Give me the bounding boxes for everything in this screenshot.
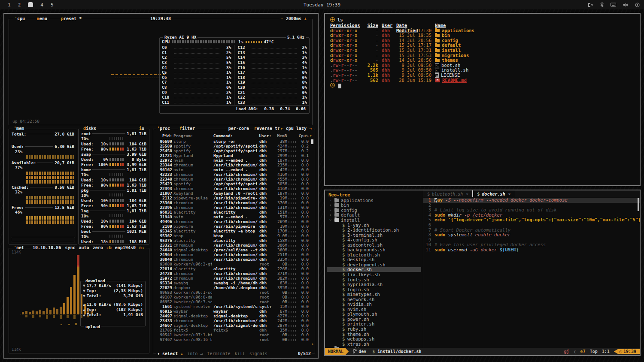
bluetooth-icon[interactable] bbox=[600, 2, 604, 7]
process-row[interactable]: 21807 Xwayland Xwayland :0 -rootl dhh 18… bbox=[156, 191, 312, 196]
tree-item[interactable]: ˅ install bbox=[327, 217, 423, 223]
proc-terminate-button[interactable]: terminate bbox=[207, 351, 230, 356]
process-row[interactable]: 95334 swaybg swaybg -i /home/dh dhh 63M … bbox=[156, 281, 312, 285]
tree-item[interactable]: theme.sh bbox=[327, 332, 423, 337]
buffer-tab[interactable]: $ bluetooth.sh × bbox=[423, 190, 472, 197]
tree-item[interactable]: backgrounds.sh bbox=[327, 247, 423, 252]
process-row[interactable]: 31949 nvim nvim --embed . dhh 57M 0.0 bbox=[156, 214, 312, 219]
proc-header-row[interactable]: Pid: Program: Command: User: MemB Cpu% ↑ bbox=[156, 133, 312, 139]
code-line[interactable]: 3# Limit log size to avoid running out o… bbox=[423, 208, 640, 213]
process-row[interactable]: 96162 nvim nvim --embed . dhh 42M 0.0 bbox=[156, 167, 312, 172]
proc-scrollbar-thumb[interactable] bbox=[311, 139, 313, 144]
process-row[interactable]: 93680 kworker/u96:2-gf root 0B 0.0 bbox=[156, 262, 312, 266]
tree-item[interactable]: 3-terminal.sh bbox=[327, 232, 423, 238]
tree-item[interactable]: › applications bbox=[327, 198, 423, 203]
mem-panel-title[interactable]: 'mem bbox=[12, 126, 25, 131]
record-icon[interactable] bbox=[635, 3, 640, 7]
process-row[interactable]: 90541 kworker/u97:1-bt root 0B 0.0 bbox=[156, 332, 312, 337]
process-row[interactable]: 49496 chromium /usr/lib/chromium/ dhh 26… bbox=[156, 219, 312, 224]
tree-item[interactable]: network.sh bbox=[327, 297, 423, 302]
tree-item[interactable]: login.sh bbox=[327, 287, 423, 292]
editor-pane[interactable]: $ bluetooth.sh × $ docker.sh × 1yay -S -… bbox=[423, 190, 640, 348]
process-row[interactable]: 24567 signal-desktop /usr/lib/signal-de … bbox=[156, 323, 312, 328]
net-panel-title[interactable]: 'net bbox=[12, 245, 25, 250]
tree-item[interactable]: fonts.sh bbox=[327, 277, 423, 282]
close-icon[interactable]: × bbox=[466, 192, 468, 196]
keyboard-icon[interactable] bbox=[611, 3, 616, 7]
proc-panel-title[interactable]: 'proc bbox=[156, 126, 171, 131]
process-row[interactable]: 25458 spotify /opt/spotify/spoti dhh 297… bbox=[156, 148, 312, 153]
tree-item[interactable]: plymouth.sh bbox=[327, 312, 423, 317]
net-next-button[interactable]: n→ bbox=[139, 245, 144, 250]
btop-interval-control[interactable]: - 2000ms + bbox=[279, 16, 308, 21]
btop-menu-button[interactable]: menu bbox=[36, 16, 49, 21]
tree-item[interactable]: › default bbox=[327, 213, 423, 218]
prompt-line[interactable] bbox=[330, 83, 635, 88]
disks-panel-title[interactable]: disks bbox=[82, 126, 97, 131]
process-row[interactable]: 24964 chromium /usr/lib/chromium/ dhh 25… bbox=[156, 252, 312, 257]
process-row[interactable]: 22348 chromium /usr/lib/chromium/ dhh 45… bbox=[156, 177, 312, 181]
process-row[interactable]: 96599 slurp slurp -or dhh 38M 0.0 bbox=[156, 139, 312, 144]
code-line[interactable]: 2 bbox=[423, 203, 640, 208]
process-row[interactable]: 24720 chromium /usr/lib/chromium/ dhh 37… bbox=[156, 271, 312, 276]
tree-item[interactable]: fix-fkeys.sh bbox=[327, 272, 423, 277]
process-row[interactable]: 22393 chromium /usr/lib/chromium/ dhh 41… bbox=[156, 186, 312, 191]
code-line[interactable]: 10# Give this user privileged Docker acc… bbox=[423, 242, 640, 247]
code-line[interactable]: 9 bbox=[423, 238, 640, 243]
process-row[interactable]: 42223 chromium /usr/lib/chromium/ dhh 41… bbox=[156, 172, 312, 177]
code-line[interactable]: 1yay -S --noconfirm --needed docker dock… bbox=[423, 198, 640, 203]
net-prev-button[interactable]: ←b bbox=[106, 245, 112, 250]
tree-item[interactable]: › config bbox=[327, 208, 423, 213]
process-row[interactable]: 57467 kworker/u98:16-b root 0B 0.0 bbox=[156, 337, 312, 342]
process-row[interactable]: 1661 systemd-resolve /usr/lib/systemd/s … bbox=[156, 304, 312, 309]
net-sync-button[interactable]: sync bbox=[65, 245, 75, 250]
tree-item[interactable]: printer.sh bbox=[327, 322, 423, 327]
process-row[interactable]: 86952 kworker/u96:3-sd root 0B 0.0 bbox=[156, 299, 312, 304]
process-row[interactable]: 95362 btop btop dhh 9.0M 0.0 bbox=[156, 233, 312, 238]
tree-item[interactable]: asdcontrol.sh bbox=[327, 242, 423, 247]
code-line[interactable]: 11sudo usermod -aG docker ${USER} bbox=[423, 247, 640, 253]
code-line[interactable]: 4sudo mkdir -p /etc/docker bbox=[423, 213, 640, 218]
proc-filter-button[interactable]: filter bbox=[178, 126, 196, 131]
process-row[interactable]: 24640 signal-desktop /proc/self/exe --t … bbox=[156, 247, 312, 252]
process-row[interactable]: 96031 alacritty alacritty dhh 151M 0.0 bbox=[156, 210, 312, 214]
tree-item[interactable]: xtras.sh bbox=[327, 341, 423, 347]
tree-item[interactable]: mimetypes.sh bbox=[327, 292, 423, 297]
process-row[interactable]: 22029 dropbox /home/dhh/.dropbox dhh 395… bbox=[156, 285, 312, 290]
proc-percore-toggle[interactable]: per-core bbox=[227, 126, 250, 131]
buffer-tab[interactable]: $ docker.sh × bbox=[472, 190, 514, 197]
tree-item[interactable]: desktop.sh bbox=[327, 257, 423, 262]
tree-item[interactable]: › bin bbox=[327, 203, 423, 208]
process-row[interactable]: 23366 chromium /usr/lib/chromium/ dhh 37… bbox=[156, 200, 312, 205]
proc-kill-button[interactable]: kill bbox=[235, 351, 245, 356]
editor-scrollbar-thumb[interactable] bbox=[638, 198, 639, 211]
net-zero-button[interactable]: zero bbox=[93, 245, 103, 250]
scroll-down-icon[interactable]: ↓ bbox=[312, 342, 314, 346]
process-row[interactable]: 30040 chromium /usr/lib/chromium/ dhh 33… bbox=[156, 257, 312, 262]
process-row[interactable]: 89653 kworker/u96:1-sd root 0B 0.0 bbox=[156, 290, 312, 295]
code-line[interactable]: 6 bbox=[423, 223, 640, 228]
net-auto-button[interactable]: auto bbox=[79, 245, 89, 250]
logout-icon[interactable] bbox=[588, 3, 593, 7]
tree-item[interactable]: › migrations bbox=[327, 346, 423, 348]
proc-reverse-toggle[interactable]: reverse bbox=[253, 126, 273, 131]
tree-item[interactable]: nvidia.sh bbox=[327, 302, 423, 307]
code-line[interactable]: 8sudo systemctl enable docker bbox=[423, 232, 640, 238]
code-line[interactable]: 5echo '{"log-driver":"json-file","log-op… bbox=[423, 217, 640, 223]
tree-item[interactable]: 4-config.sh bbox=[327, 237, 423, 242]
process-row[interactable]: 2109 pipewire /usr/bin/pipewire dhh 19M … bbox=[156, 224, 312, 229]
volume-icon[interactable] bbox=[623, 3, 628, 7]
tree-item[interactable]: development.sh bbox=[327, 262, 423, 267]
proc-info-button[interactable]: info ↵ bbox=[187, 351, 203, 356]
tree-item[interactable]: power.sh bbox=[327, 317, 423, 322]
cpu-panel-title[interactable]: 'cpu bbox=[13, 16, 26, 21]
process-row[interactable]: 95376 alacritty alacritty dhh 158M 0.0 bbox=[156, 238, 312, 243]
tree-item[interactable]: bluetooth.sh bbox=[327, 252, 423, 257]
process-row[interactable]: 21785 fcitx5 fcitx5 dhh 35M 0.0 bbox=[156, 328, 312, 332]
tree-item[interactable]: webapps.sh bbox=[327, 336, 423, 341]
process-row[interactable]: 25972 chromium /usr/lib/chromium/ dhh 30… bbox=[156, 276, 312, 281]
process-row[interactable]: 22972 nvim nvim --embed . dhh 107M 0.0 bbox=[156, 158, 312, 163]
process-row[interactable]: 24497 signal-desktop signal-desktop dhh … bbox=[156, 314, 312, 318]
btop-preset-button[interactable]: preset * bbox=[60, 16, 83, 21]
process-row[interactable]: 21721 Hyprland Hyprland dhh 299M 0.1 bbox=[156, 153, 312, 158]
